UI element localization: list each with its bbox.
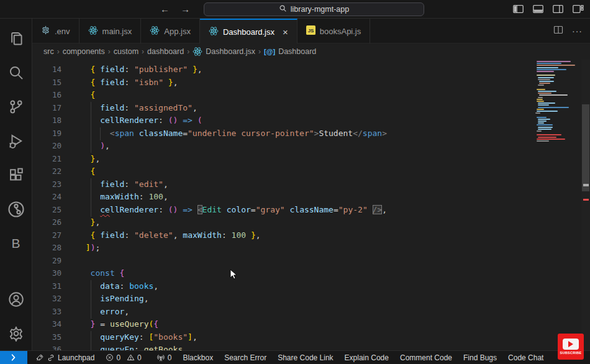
code-line-35[interactable]: 35queryKey: ["books"], xyxy=(32,331,590,344)
line-number: 30 xyxy=(32,267,81,280)
tab-booksapi-js[interactable]: JSbooksApi.js xyxy=(297,19,370,43)
breadcrumb-item-dashboard[interactable]: Dashboard xyxy=(278,47,316,56)
code-token: : xyxy=(139,332,149,342)
code-token: field xyxy=(100,103,124,112)
code-token: { xyxy=(120,268,125,278)
command-center-search[interactable]: library-mgmt-app xyxy=(204,2,424,16)
code-line-21[interactable]: 21}, xyxy=(32,153,590,166)
minimap-line xyxy=(537,75,555,76)
breadcrumb-item-dashboard[interactable]: dashboard xyxy=(147,47,184,56)
code-token: } xyxy=(251,230,256,240)
code-line-34[interactable]: 34} = useQuery({ xyxy=(32,318,590,331)
minimap-line xyxy=(538,84,544,86)
broadcast-icon xyxy=(157,353,165,362)
code-token: => xyxy=(183,116,193,125)
breadcrumb-separator: › xyxy=(108,47,111,56)
code-line-14[interactable]: 14{ field: "publisher" }, xyxy=(32,63,590,76)
back-icon[interactable]: ← xyxy=(160,4,170,14)
code-line-30[interactable]: 30const { xyxy=(32,267,590,280)
status-launchpad[interactable]: Launchpad xyxy=(30,351,100,364)
code-token: span xyxy=(115,129,134,138)
code-token: queryFn xyxy=(100,345,134,350)
code-line-31[interactable]: 31data: books, xyxy=(32,280,590,293)
code-line-18[interactable]: 18cellRenderer: () => ( xyxy=(32,114,590,127)
status-remote[interactable] xyxy=(0,351,27,364)
code-line-24[interactable]: 24maxWidth: 100, xyxy=(32,191,590,204)
code-line-23[interactable]: 23field: "edit", xyxy=(32,178,590,191)
status-share-code-link[interactable]: Share Code Link xyxy=(272,351,338,364)
code-token xyxy=(163,78,168,87)
code-line-26[interactable]: 26}, xyxy=(32,216,590,229)
code-line-16[interactable]: 16{ xyxy=(32,89,590,102)
code-token xyxy=(222,205,227,214)
breadcrumb-item-dashboard-jsx[interactable]: Dashboard.jsx xyxy=(206,47,255,56)
code-line-22[interactable]: 22{ xyxy=(32,165,590,178)
scrollbar-thumb[interactable] xyxy=(582,104,589,191)
close-tab-icon[interactable]: × xyxy=(283,27,288,37)
status-problems[interactable]: 00 xyxy=(100,351,150,364)
tab-dashboard-jsx[interactable]: Dashboard.jsx× xyxy=(200,19,297,43)
status-blackbox[interactable]: Blackbox xyxy=(177,351,219,364)
run-debug-icon[interactable] xyxy=(0,124,32,158)
code-token xyxy=(115,268,120,278)
split-editor-icon[interactable] xyxy=(553,25,563,37)
search-icon[interactable] xyxy=(0,55,32,89)
react-file-icon xyxy=(209,26,219,38)
code-line-28[interactable]: 28]); xyxy=(32,242,590,255)
code-line-32[interactable]: 32isPending, xyxy=(32,293,590,306)
gitlens-icon[interactable] xyxy=(0,192,32,226)
activity-bar: B xyxy=(0,19,32,350)
customize-layout-icon[interactable] xyxy=(571,3,584,16)
minimap-line xyxy=(537,140,549,142)
code-line-36[interactable]: 36queryFn: getBooks, xyxy=(32,344,590,350)
code-line-19[interactable]: 19<span className="underline cursor-poin… xyxy=(32,127,590,140)
code-token: ce xyxy=(100,205,110,214)
code-line-15[interactable]: 15{ field: "isbn" }, xyxy=(32,76,590,89)
code-token: 100 xyxy=(232,230,246,240)
code-token: , xyxy=(193,103,197,112)
status-comment-code[interactable]: Comment Code xyxy=(394,351,458,364)
minimap[interactable] xyxy=(535,61,581,154)
code-line-33[interactable]: 33error, xyxy=(32,306,590,319)
youtube-play-icon xyxy=(563,339,579,350)
tab-app-jsx[interactable]: App.jsx xyxy=(141,19,200,43)
code-line-17[interactable]: 17field: "assignedTo", xyxy=(32,102,590,115)
breadcrumb-separator: › xyxy=(57,47,60,56)
code-line-20[interactable]: 20), xyxy=(32,140,590,153)
more-actions-icon[interactable]: ··· xyxy=(572,26,583,36)
status-explain-code[interactable]: Explain Code xyxy=(339,351,394,364)
toggle-secondary-sidebar-icon[interactable] xyxy=(551,3,564,16)
code-token: "publisher" xyxy=(134,65,188,74)
settings-icon[interactable] xyxy=(0,316,32,350)
code-token: , xyxy=(173,230,183,240)
toggle-sidebar-icon[interactable] xyxy=(512,3,524,16)
symbol-component-icon: [@] xyxy=(264,48,275,55)
toggle-panel-icon[interactable] xyxy=(532,3,544,16)
code-token: "gray" xyxy=(256,205,285,214)
accounts-icon[interactable] xyxy=(0,282,32,316)
code-token: : xyxy=(158,116,168,125)
tab--env[interactable]: .env xyxy=(32,19,79,43)
status-search-error[interactable]: Search Error xyxy=(219,351,272,364)
status-code-chat[interactable]: Code Chat xyxy=(502,351,549,364)
code-token: "assignedTo" xyxy=(134,103,193,112)
code-editor[interactable]: 14{ field: "publisher" },15{ field: "isb… xyxy=(32,60,590,350)
forward-icon[interactable]: → xyxy=(181,4,190,14)
blackbox-icon[interactable]: B xyxy=(0,226,32,260)
breadcrumb-item-src[interactable]: src xyxy=(43,47,54,56)
status-ports[interactable]: 0 xyxy=(151,351,178,364)
subscribe-badge[interactable]: SUBSCRIBE xyxy=(558,334,584,360)
extensions-icon[interactable] xyxy=(0,158,32,192)
source-control-icon[interactable] xyxy=(0,89,32,124)
code-token: => xyxy=(183,205,193,214)
tab-main-jsx[interactable]: main.jsx xyxy=(79,19,142,43)
code-token: className xyxy=(289,205,333,214)
code-line-29[interactable]: 29 xyxy=(32,255,590,268)
explorer-icon[interactable] xyxy=(0,21,32,55)
code-line-25[interactable]: 25cellRenderer: () => <Edit color="gray"… xyxy=(32,204,590,217)
breadcrumb-item-components[interactable]: components xyxy=(63,47,105,56)
breadcrumb-item-custom[interactable]: custom xyxy=(114,47,138,56)
editor-scrollbar[interactable] xyxy=(581,60,590,350)
status-find-bugs[interactable]: Find Bugs xyxy=(458,351,502,364)
code-line-27[interactable]: 27{ field: "delete", maxWidth: 100 }, xyxy=(32,229,590,242)
